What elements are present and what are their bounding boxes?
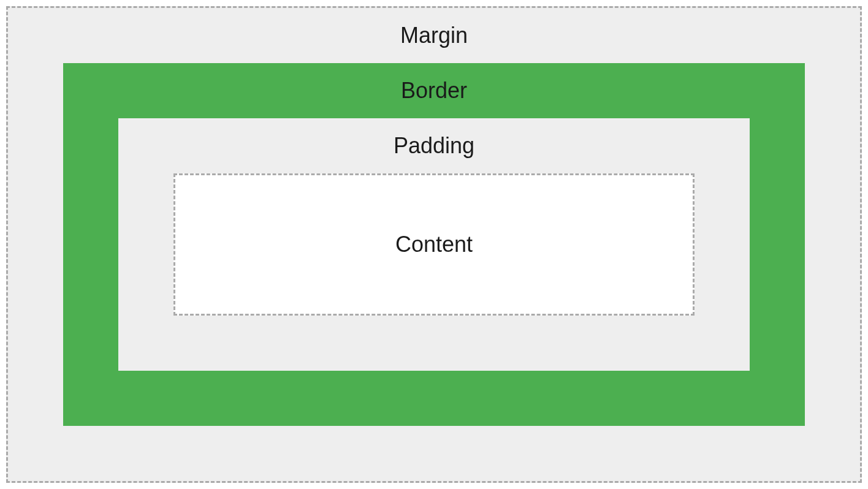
- content-label: Content: [395, 232, 473, 257]
- margin-label: Margin: [63, 8, 805, 63]
- border-box: Border Padding Content: [63, 63, 805, 426]
- border-label: Border: [118, 63, 750, 118]
- padding-box: Padding Content: [118, 118, 750, 371]
- margin-box: Margin Border Padding Content: [6, 6, 862, 483]
- padding-label: Padding: [173, 118, 695, 173]
- content-box: Content: [173, 173, 695, 316]
